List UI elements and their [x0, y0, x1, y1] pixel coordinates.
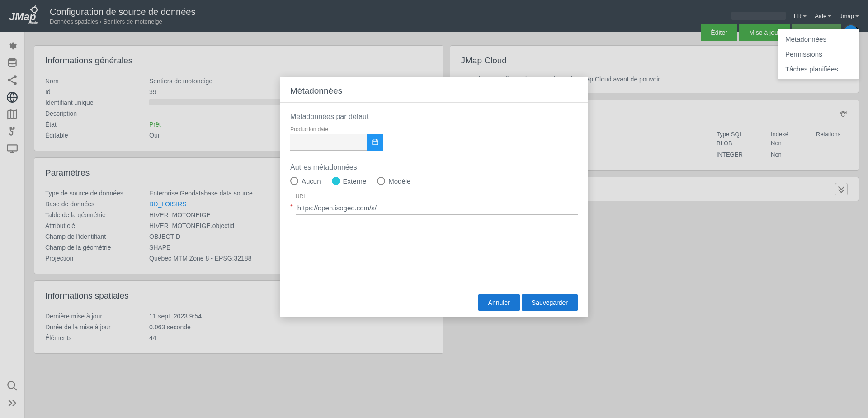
default-metadata-section: Métadonnées par défaut: [290, 113, 578, 121]
more-actions-dropdown: Métadonnées Permissions Tâches planifiée…: [778, 28, 859, 80]
production-date-input[interactable]: [290, 134, 367, 151]
metadata-type-radio-group: Aucun Externe Modèle: [290, 177, 578, 185]
radio-model[interactable]: Modèle: [377, 177, 410, 185]
calendar-icon: [372, 138, 379, 147]
radio-none[interactable]: Aucun: [290, 177, 321, 185]
metadata-modal: Métadonnées Métadonnées par défaut Produ…: [280, 77, 588, 317]
modal-title: Métadonnées: [280, 77, 588, 103]
save-button[interactable]: Sauvegarder: [522, 294, 578, 311]
radio-external[interactable]: Externe: [332, 177, 367, 185]
date-picker-button[interactable]: [367, 134, 383, 151]
url-input[interactable]: [296, 201, 578, 215]
svg-rect-10: [373, 140, 378, 145]
other-metadata-section: Autres métadonnées: [290, 163, 578, 171]
dropdown-item-tasks[interactable]: Tâches planifiées: [778, 62, 859, 76]
dropdown-item-permissions[interactable]: Permissions: [778, 47, 859, 62]
production-date-label: Production date: [290, 126, 578, 133]
required-indicator: *: [290, 203, 293, 210]
dropdown-item-metadata[interactable]: Métadonnées: [778, 32, 859, 47]
url-label: URL: [296, 193, 578, 200]
cancel-button[interactable]: Annuler: [478, 294, 520, 311]
